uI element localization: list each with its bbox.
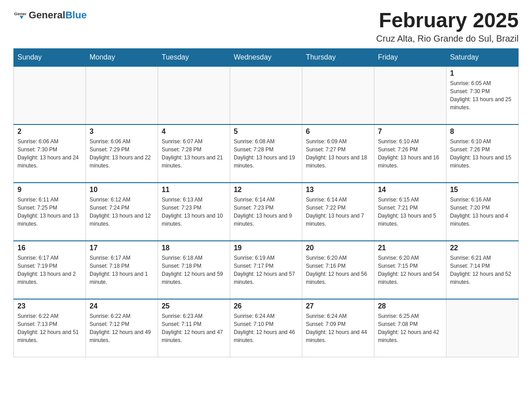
calendar-cell: 26Sunrise: 6:24 AM Sunset: 7:10 PM Dayli… (230, 299, 302, 357)
day-number: 26 (234, 302, 298, 310)
day-number: 11 (162, 186, 226, 194)
calendar-cell: 22Sunrise: 6:21 AM Sunset: 7:14 PM Dayli… (446, 241, 518, 299)
title-section: February 2025 Cruz Alta, Rio Grande do S… (376, 9, 519, 44)
calendar-cell: 28Sunrise: 6:25 AM Sunset: 7:08 PM Dayli… (374, 299, 446, 357)
day-number: 15 (450, 186, 515, 194)
day-info: Sunrise: 6:15 AM Sunset: 7:21 PM Dayligh… (378, 196, 442, 228)
day-number: 23 (17, 302, 82, 310)
page-header: General GeneralBlue February 2025 Cruz A… (13, 9, 519, 44)
calendar-cell: 17Sunrise: 6:17 AM Sunset: 7:18 PM Dayli… (86, 241, 158, 299)
logo: General GeneralBlue (13, 9, 87, 21)
day-info: Sunrise: 6:22 AM Sunset: 7:13 PM Dayligh… (17, 312, 82, 344)
header-saturday: Saturday (446, 48, 518, 66)
week-row-3: 9Sunrise: 6:11 AM Sunset: 7:25 PM Daylig… (14, 183, 519, 241)
calendar-cell: 9Sunrise: 6:11 AM Sunset: 7:25 PM Daylig… (14, 183, 86, 241)
calendar-cell: 19Sunrise: 6:19 AM Sunset: 7:17 PM Dayli… (230, 241, 302, 299)
week-row-2: 2Sunrise: 6:06 AM Sunset: 7:30 PM Daylig… (14, 124, 519, 183)
calendar-cell: 11Sunrise: 6:13 AM Sunset: 7:23 PM Dayli… (158, 183, 230, 241)
day-info: Sunrise: 6:13 AM Sunset: 7:23 PM Dayligh… (162, 196, 226, 228)
calendar-cell: 1Sunrise: 6:05 AM Sunset: 7:30 PM Daylig… (446, 66, 518, 124)
header-monday: Monday (86, 48, 158, 66)
day-info: Sunrise: 6:18 AM Sunset: 7:18 PM Dayligh… (162, 254, 226, 286)
day-number: 1 (450, 69, 515, 77)
day-info: Sunrise: 6:09 AM Sunset: 7:27 PM Dayligh… (306, 137, 370, 170)
week-row-5: 23Sunrise: 6:22 AM Sunset: 7:13 PM Dayli… (14, 299, 519, 357)
day-number: 16 (17, 244, 82, 252)
calendar-cell: 20Sunrise: 6:20 AM Sunset: 7:16 PM Dayli… (302, 241, 374, 299)
calendar-cell (14, 66, 86, 124)
calendar-cell: 15Sunrise: 6:16 AM Sunset: 7:20 PM Dayli… (446, 183, 518, 241)
day-number: 5 (234, 128, 298, 136)
day-info: Sunrise: 6:16 AM Sunset: 7:20 PM Dayligh… (450, 196, 515, 228)
calendar-cell: 14Sunrise: 6:15 AM Sunset: 7:21 PM Dayli… (374, 183, 446, 241)
svg-marker-1 (20, 16, 23, 19)
calendar-cell: 7Sunrise: 6:10 AM Sunset: 7:26 PM Daylig… (374, 124, 446, 183)
calendar-cell: 8Sunrise: 6:10 AM Sunset: 7:26 PM Daylig… (446, 124, 518, 183)
day-info: Sunrise: 6:24 AM Sunset: 7:10 PM Dayligh… (234, 312, 298, 344)
day-number: 9 (17, 186, 82, 194)
day-number: 17 (90, 244, 154, 252)
day-info: Sunrise: 6:12 AM Sunset: 7:24 PM Dayligh… (90, 196, 154, 228)
day-info: Sunrise: 6:17 AM Sunset: 7:19 PM Dayligh… (17, 254, 82, 286)
day-number: 3 (90, 128, 154, 136)
calendar-cell: 6Sunrise: 6:09 AM Sunset: 7:27 PM Daylig… (302, 124, 374, 183)
header-tuesday: Tuesday (158, 48, 230, 66)
header-sunday: Sunday (14, 48, 86, 66)
calendar-cell: 10Sunrise: 6:12 AM Sunset: 7:24 PM Dayli… (86, 183, 158, 241)
day-number: 21 (378, 244, 442, 252)
day-info: Sunrise: 6:25 AM Sunset: 7:08 PM Dayligh… (378, 312, 442, 344)
day-info: Sunrise: 6:24 AM Sunset: 7:09 PM Dayligh… (306, 312, 370, 344)
day-number: 2 (17, 128, 82, 136)
day-number: 19 (234, 244, 298, 252)
day-number: 12 (234, 186, 298, 194)
day-info: Sunrise: 6:08 AM Sunset: 7:28 PM Dayligh… (234, 137, 298, 170)
week-row-1: 1Sunrise: 6:05 AM Sunset: 7:30 PM Daylig… (14, 66, 519, 124)
calendar-cell (86, 66, 158, 124)
calendar-cell: 3Sunrise: 6:06 AM Sunset: 7:29 PM Daylig… (86, 124, 158, 183)
calendar-cell: 12Sunrise: 6:14 AM Sunset: 7:23 PM Dayli… (230, 183, 302, 241)
day-info: Sunrise: 6:14 AM Sunset: 7:22 PM Dayligh… (306, 196, 370, 228)
day-number: 8 (450, 128, 515, 136)
day-number: 24 (90, 302, 154, 310)
calendar-cell (302, 66, 374, 124)
svg-text:General: General (14, 11, 26, 16)
day-number: 6 (306, 128, 370, 136)
calendar-cell (374, 66, 446, 124)
calendar-cell (158, 66, 230, 124)
calendar-cell (446, 299, 518, 357)
calendar-cell: 23Sunrise: 6:22 AM Sunset: 7:13 PM Dayli… (14, 299, 86, 357)
logo-text-blue: Blue (65, 9, 87, 21)
day-info: Sunrise: 6:17 AM Sunset: 7:18 PM Dayligh… (90, 254, 154, 286)
calendar-cell: 25Sunrise: 6:23 AM Sunset: 7:11 PM Dayli… (158, 299, 230, 357)
calendar-header-row: Sunday Monday Tuesday Wednesday Thursday… (14, 48, 519, 66)
calendar-cell: 4Sunrise: 6:07 AM Sunset: 7:28 PM Daylig… (158, 124, 230, 183)
calendar-cell (230, 66, 302, 124)
calendar-cell: 2Sunrise: 6:06 AM Sunset: 7:30 PM Daylig… (14, 124, 86, 183)
day-info: Sunrise: 6:22 AM Sunset: 7:12 PM Dayligh… (90, 312, 154, 344)
day-info: Sunrise: 6:10 AM Sunset: 7:26 PM Dayligh… (378, 137, 442, 170)
day-number: 18 (162, 244, 226, 252)
day-info: Sunrise: 6:06 AM Sunset: 7:29 PM Dayligh… (90, 137, 154, 170)
header-friday: Friday (374, 48, 446, 66)
day-info: Sunrise: 6:19 AM Sunset: 7:17 PM Dayligh… (234, 254, 298, 286)
calendar-cell: 5Sunrise: 6:08 AM Sunset: 7:28 PM Daylig… (230, 124, 302, 183)
calendar-cell: 27Sunrise: 6:24 AM Sunset: 7:09 PM Dayli… (302, 299, 374, 357)
day-info: Sunrise: 6:11 AM Sunset: 7:25 PM Dayligh… (17, 196, 82, 228)
header-wednesday: Wednesday (230, 48, 302, 66)
day-number: 13 (306, 186, 370, 194)
day-info: Sunrise: 6:20 AM Sunset: 7:15 PM Dayligh… (378, 254, 442, 286)
day-info: Sunrise: 6:07 AM Sunset: 7:28 PM Dayligh… (162, 137, 226, 170)
day-info: Sunrise: 6:05 AM Sunset: 7:30 PM Dayligh… (450, 79, 515, 111)
day-number: 4 (162, 128, 226, 136)
day-number: 10 (90, 186, 154, 194)
day-number: 22 (450, 244, 515, 252)
calendar-table: Sunday Monday Tuesday Wednesday Thursday… (13, 48, 519, 358)
calendar-cell: 21Sunrise: 6:20 AM Sunset: 7:15 PM Dayli… (374, 241, 446, 299)
day-info: Sunrise: 6:06 AM Sunset: 7:30 PM Dayligh… (17, 137, 82, 170)
month-title: February 2025 (376, 9, 519, 32)
day-number: 14 (378, 186, 442, 194)
week-row-4: 16Sunrise: 6:17 AM Sunset: 7:19 PM Dayli… (14, 241, 519, 299)
day-info: Sunrise: 6:14 AM Sunset: 7:23 PM Dayligh… (234, 196, 298, 228)
day-number: 20 (306, 244, 370, 252)
calendar-cell: 16Sunrise: 6:17 AM Sunset: 7:19 PM Dayli… (14, 241, 86, 299)
